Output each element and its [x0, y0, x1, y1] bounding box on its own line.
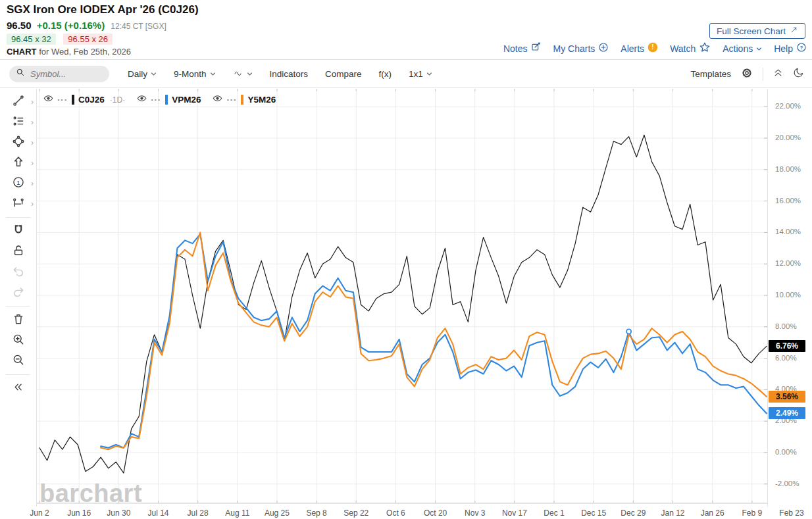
compare-menu[interactable]: Compare [325, 69, 362, 79]
symbol-input[interactable] [29, 68, 104, 80]
measure-tool[interactable]: › [0, 193, 36, 214]
unlock-icon [12, 244, 25, 260]
chart-legend: ···C0J26·1D····VPM26···Y5M26 [43, 93, 276, 106]
caret-down-icon [210, 69, 216, 79]
fullscreen-arrow-icon [790, 26, 798, 36]
collapse-rail-button[interactable] [0, 378, 36, 399]
help-link[interactable]: Help? [774, 42, 807, 55]
bid-ask-row: 96.45 x 32 96.55 x 26 [7, 34, 118, 45]
fibonacci-tool[interactable]: › [0, 112, 36, 132]
shapes-tool[interactable]: › [0, 132, 36, 153]
notes-link[interactable]: Notes [503, 42, 542, 55]
actions-link[interactable]: Actions [723, 43, 762, 54]
x-tick-label: Sep 8 [306, 508, 326, 518]
x-tick-label: Oct 6 [386, 508, 405, 518]
notes-icon [531, 42, 542, 55]
chart-toolbar: Daily9-MonthIndicatorsComparef(x)1x1 Tem… [0, 60, 812, 88]
last-price-badge-vpm26: 2.49% [769, 407, 805, 419]
y-tick-label: 18.00% [775, 165, 801, 173]
x-axis[interactable]: Jun 2Jun 16Jun 30Jul 14Jul 28Aug 11Aug 2… [0, 507, 812, 519]
templates-button[interactable]: Templates [690, 69, 731, 79]
settings-gear-icon[interactable] [741, 67, 753, 82]
watch-link[interactable]: Watch [670, 41, 711, 55]
barchart-chart-page: SGX Iron Ore IODEX Apr '26 (C0J26) 96.50… [0, 0, 812, 519]
daily-menu[interactable]: Daily [128, 69, 157, 79]
collapse-panel-icon[interactable] [773, 68, 783, 80]
price-chart[interactable] [37, 89, 767, 507]
lock-tool[interactable] [0, 241, 36, 262]
y-tick-label: -2.00% [775, 480, 799, 487]
symbol-search[interactable] [9, 66, 109, 82]
arrow-annotation-tool[interactable]: › [0, 153, 36, 173]
delete-drawings-button[interactable] [0, 310, 36, 330]
x-tick-label: Jan 12 [661, 508, 685, 518]
9-month-menu[interactable]: 9-Month [174, 69, 216, 79]
price-change: +0.15 (+0.16%) [37, 20, 105, 31]
trash-icon [12, 312, 25, 328]
y-tick-label: 6.00% [775, 354, 797, 362]
fibonacci-icon [12, 114, 25, 130]
legend-item-y5m26[interactable]: ···Y5M26 [213, 93, 276, 106]
legend-item-c0j26[interactable]: ···C0J26·1D· [43, 93, 125, 106]
series-menu-icon[interactable]: ··· [226, 95, 237, 105]
redo-button [0, 282, 36, 303]
rail-divider [6, 217, 30, 218]
x-tick-label: Sep 22 [343, 508, 368, 518]
x-tick-label: Dec 1 [544, 508, 564, 518]
x-tick-label: Jan 26 [701, 508, 724, 518]
series-menu-icon[interactable]: ··· [57, 95, 68, 105]
series-symbol: C0J26 [78, 95, 105, 105]
caret-down-icon [151, 69, 157, 79]
caret-down-icon [247, 69, 253, 79]
measure-icon [12, 196, 25, 212]
eye-icon[interactable] [137, 93, 147, 106]
circle-one-icon: 1 [12, 176, 25, 191]
page-title: SGX Iron Ore IODEX Apr '26 (C0J26) [7, 3, 199, 16]
question-icon: ? [796, 42, 807, 55]
x-tick-label: Feb 23 [779, 508, 803, 518]
f(x)-menu[interactable]: f(x) [379, 69, 392, 79]
quote-time: 12:45 CT [SGX] [111, 22, 166, 31]
zoom-out-button[interactable] [0, 351, 36, 371]
line-style-menu[interactable] [233, 69, 253, 79]
y-tick-label: 22.00% [775, 102, 801, 110]
link-label: My Charts [553, 43, 596, 54]
eye-icon[interactable] [213, 93, 222, 106]
link-label: Notes [503, 43, 528, 54]
my-charts-link[interactable]: My Charts [553, 42, 609, 55]
legend-item-vpm26[interactable]: ···VPM26 [137, 93, 201, 106]
alerts-link[interactable]: Alerts! [621, 42, 658, 55]
x-tick-label: Dec 29 [621, 508, 646, 518]
undo-icon [12, 264, 25, 280]
y-tick-label: 20.00% [775, 134, 801, 141]
magnet-tool[interactable] [0, 221, 36, 241]
drawing-tool-rail: ››››1›› [0, 89, 37, 507]
chart-date-line: CHART for Wed, Feb 25th, 2026 [7, 47, 131, 57]
y-axis[interactable]: 22.00%20.00%18.00%16.00%14.00%12.00%10.0… [767, 89, 812, 507]
number-annotation-tool[interactable]: 1› [0, 173, 36, 193]
last-price: 96.50 [7, 20, 32, 31]
1x1-menu[interactable]: 1x1 [409, 69, 432, 79]
series-menu-icon[interactable]: ··· [151, 95, 161, 105]
x-tick-label: Aug 25 [265, 508, 290, 518]
svg-text:?: ? [800, 45, 803, 51]
full-screen-chart-button[interactable]: Full Screen Chart [709, 23, 805, 39]
trendline-tool[interactable]: › [0, 91, 36, 112]
x-tick-label: Aug 11 [225, 508, 249, 518]
eye-icon[interactable] [43, 93, 53, 106]
dark-mode-moon-icon[interactable] [793, 67, 804, 81]
chevron-right-icon: › [31, 138, 34, 147]
chart-area[interactable]: ···C0J26·1D····VPM26···Y5M26 barchart [37, 89, 767, 507]
bid-chip: 96.45 x 32 [7, 34, 56, 45]
x-tick-label: Jun 30 [107, 508, 130, 518]
chevron-right-icon: › [31, 199, 34, 209]
y-tick-label: 16.00% [775, 197, 801, 205]
zoom-in-icon [12, 333, 25, 349]
zoom-in-button[interactable] [0, 330, 36, 351]
x-tick-label: Jul 28 [188, 508, 209, 518]
magnet-icon [12, 224, 25, 239]
indicators-menu[interactable]: Indicators [270, 69, 309, 79]
toolbar-items: Daily9-MonthIndicatorsComparef(x)1x1 [128, 69, 432, 79]
svg-text:!: ! [651, 43, 653, 51]
link-label: Alerts [621, 43, 644, 54]
